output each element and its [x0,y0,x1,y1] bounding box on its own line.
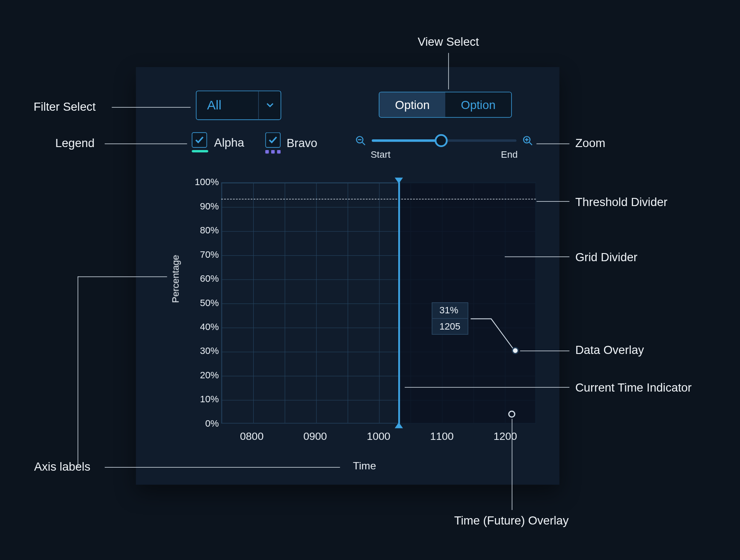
x-tick: 1000 [367,430,390,443]
leader-line [448,53,449,89]
overlay-value: 31% [432,303,468,318]
leader-line [536,201,569,202]
legend-item-bravo: Bravo [265,133,317,154]
leader-line [78,277,167,277]
x-ticks: 0800 0900 1000 1100 1200 [221,430,536,443]
view-select: Option Option [379,92,512,118]
y-tick: 60% [200,274,219,284]
svg-line-4 [530,142,532,145]
leader-line [536,144,569,144]
leader-line [78,277,78,467]
leader-line [105,467,340,468]
x-tick: 1100 [430,430,454,443]
y-tick: 0% [205,418,219,429]
svg-line-1 [362,142,365,145]
y-tick: 100% [195,177,219,188]
y-axis-label: Percentage [171,255,181,303]
callout-data-overlay: Data Overlay [575,344,644,357]
x-tick: 1200 [494,430,517,443]
filter-select[interactable]: All [196,91,281,120]
legend-swatch-bravo [265,150,281,153]
view-option-1[interactable]: Option [445,92,511,117]
future-point-icon [508,410,515,418]
x-tick: 0900 [303,430,327,443]
callout-current-time: Current Time Indicator [575,381,692,395]
y-tick: 70% [200,249,219,260]
legend-swatch-alpha [192,150,208,153]
zoom-slider[interactable] [372,139,516,142]
chevron-down-icon [258,91,281,119]
callout-grid: Grid Divider [575,251,637,264]
leader-line [105,144,187,144]
y-tick: 40% [200,322,219,333]
leader-line [505,256,569,257]
legend-checkbox-bravo[interactable] [265,133,281,148]
leader-line [512,419,512,510]
y-tick: 10% [200,394,219,405]
view-option-0[interactable]: Option [379,92,445,117]
data-point-icon [512,347,519,354]
callout-axis-labels: Axis labels [34,460,90,474]
callout-view-select: View Select [417,35,479,49]
y-tick: 30% [200,346,219,357]
zoom-in-icon[interactable] [522,135,533,146]
zoom-out-icon[interactable] [355,135,366,146]
overlay-time: 1205 [432,318,468,334]
y-tick: 80% [200,225,219,236]
callout-filter-select: Filter Select [33,100,95,114]
callout-future-overlay: Time (Future) Overlay [454,514,569,528]
callout-threshold: Threshold Divider [575,195,668,209]
legend-checkbox-alpha[interactable] [192,133,207,148]
zoom-thumb[interactable] [435,134,447,147]
threshold-divider [221,199,536,199]
zoom-control: Start End [355,135,533,160]
leader-line [405,387,569,387]
legend-label-bravo: Bravo [287,136,317,150]
leader-line [112,107,190,107]
y-tick: 90% [200,201,219,212]
callout-legend: Legend [55,136,95,150]
legend-label-alpha: Alpha [214,136,244,149]
y-tick: 50% [200,298,219,308]
data-overlay-tooltip: 31% 1205 [432,302,468,335]
legend-item-alpha: Alpha [192,133,244,153]
zoom-fill [372,139,441,142]
filter-value: All [196,97,258,113]
x-tick: 0800 [240,430,263,443]
callout-zoom: Zoom [575,136,605,150]
y-tick: 20% [200,370,219,381]
legend: Alpha Bravo [192,133,317,154]
zoom-start-label: Start [370,150,390,160]
x-axis-label: Time [353,460,376,472]
zoom-end-label: End [501,150,518,160]
leader-line [520,351,570,351]
